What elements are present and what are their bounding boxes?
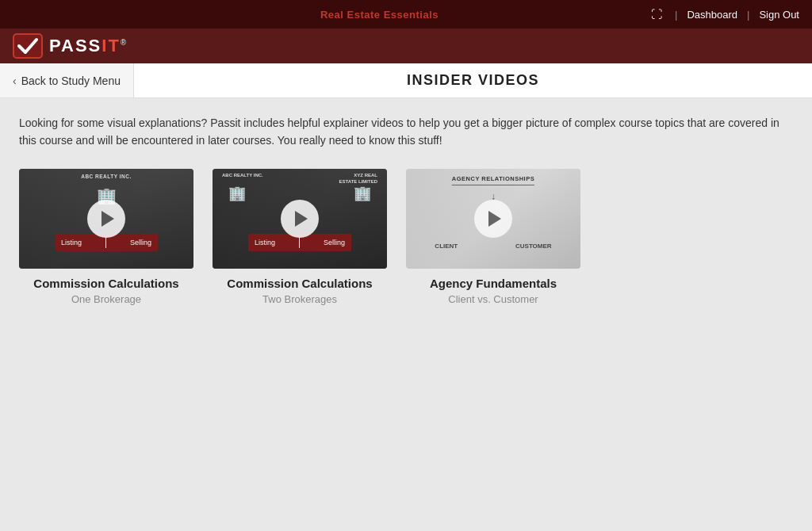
video-title-2: Commission Calculations <box>213 277 387 290</box>
thumb3-client-label: CLIENT <box>435 243 458 250</box>
logo-check-icon <box>13 33 43 59</box>
video-card-3[interactable]: AGENCY RELATIONSHIPS ↓ CLIENT CUSTOMER A… <box>406 169 580 305</box>
thumb3-rel-title: AGENCY RELATIONSHIPS <box>452 175 534 185</box>
main-content: Looking for some visual explanations? Pa… <box>0 98 812 321</box>
play-triangle-icon-2 <box>295 211 308 227</box>
video-title-1: Commission Calculations <box>19 277 193 290</box>
header-bar: PASSIT® <box>0 29 812 63</box>
top-bar-right: ⛶ | Dashboard | Sign Out <box>651 8 799 21</box>
signout-link[interactable]: Sign Out <box>759 9 799 21</box>
video-thumbnail-1[interactable]: ABC REALTY INC. 🏢 Listing Selling <box>19 169 193 269</box>
play-button-1[interactable] <box>87 200 125 238</box>
video-title-3: Agency Fundamentals <box>406 277 580 290</box>
course-title: Real Estate Essentials <box>320 9 439 21</box>
thumb1-top-label: ABC REALTY INC. <box>81 174 132 179</box>
thumb1-bar-right: Selling <box>130 239 151 246</box>
thumb2-left-label: ABC REALTY INC. <box>222 173 263 179</box>
thumb2-building-right-icon: 🏢 <box>354 185 371 202</box>
thumb2-building-left-icon: 🏢 <box>228 185 246 202</box>
page-title: INSIDER VIDEOS <box>134 72 812 89</box>
play-button-2[interactable] <box>281 200 319 238</box>
thumb2-right-label: XYZ REALESTATE LIMITED <box>339 173 377 185</box>
thumb3-labels: CLIENT CUSTOMER <box>406 243 580 250</box>
video-subtitle-2: Two Brokerages <box>213 293 387 305</box>
play-triangle-icon-3 <box>488 211 501 227</box>
video-subtitle-1: One Brokerage <box>19 293 193 305</box>
thumb1-bar-left: Listing <box>61 239 82 246</box>
video-card-2[interactable]: ABC REALTY INC. XYZ REALESTATE LIMITED 🏢… <box>213 169 387 305</box>
dashboard-link[interactable]: Dashboard <box>687 9 737 21</box>
video-subtitle-3: Client vs. Customer <box>406 293 580 305</box>
video-thumbnail-2[interactable]: ABC REALTY INC. XYZ REALESTATE LIMITED 🏢… <box>213 169 387 269</box>
thumb2-bar-right: Selling <box>324 239 345 246</box>
back-chevron-icon: ‹ <box>13 74 17 87</box>
top-bar: Real Estate Essentials ⛶ | Dashboard | S… <box>0 0 812 29</box>
logo-area: PASSIT® <box>13 33 128 59</box>
back-to-study-menu-button[interactable]: ‹ Back to Study Menu <box>0 63 134 97</box>
thumb2-bar-left: Listing <box>255 239 275 246</box>
back-label: Back to Study Menu <box>21 74 121 87</box>
video-grid: ABC REALTY INC. 🏢 Listing Selling Commis… <box>19 169 793 305</box>
play-triangle-icon-1 <box>102 211 114 227</box>
play-button-3[interactable] <box>474 200 512 238</box>
fullscreen-icon[interactable]: ⛶ <box>651 8 662 21</box>
logo-text: PASSIT® <box>49 36 128 56</box>
video-thumbnail-3[interactable]: AGENCY RELATIONSHIPS ↓ CLIENT CUSTOMER <box>406 169 580 269</box>
video-card-1[interactable]: ABC REALTY INC. 🏢 Listing Selling Commis… <box>19 169 193 305</box>
intro-text: Looking for some visual explanations? Pa… <box>19 114 793 150</box>
nav-bar: ‹ Back to Study Menu INSIDER VIDEOS <box>0 63 812 98</box>
thumb3-customer-label: CUSTOMER <box>515 243 552 250</box>
